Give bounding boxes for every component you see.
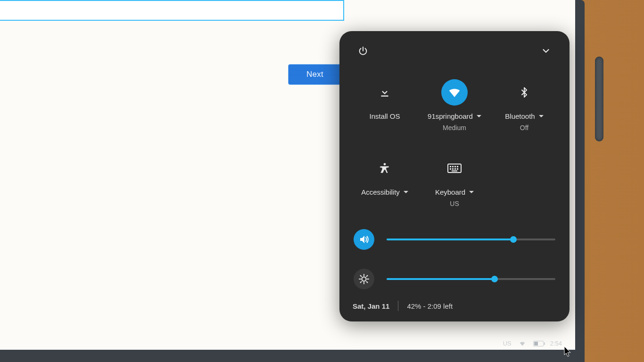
footer-battery: 42% - 2:09 left: [407, 302, 453, 310]
tile-bluetooth[interactable]: Bluetooth Off: [490, 79, 558, 132]
quick-settings-panel: Install OS . 91springboard Medium: [339, 31, 570, 321]
footer-date: Sat, Jan 11: [353, 302, 389, 310]
tile-label: Install OS: [369, 112, 400, 120]
chevron-down-icon: [541, 46, 551, 56]
caret-down-icon: [469, 191, 474, 193]
collapse-button[interactable]: [537, 42, 554, 59]
tile-label: 91springboard: [428, 112, 473, 120]
wifi-icon: [518, 340, 527, 347]
tile-sublabel: US: [450, 200, 459, 207]
tray-clock: 2:54: [550, 340, 562, 347]
tile-label: Keyboard: [435, 188, 465, 196]
tile-sublabel: Off: [520, 124, 528, 132]
caret-down-icon: [539, 115, 544, 117]
battery-icon: [533, 341, 544, 346]
display-area: Next: [0, 0, 575, 350]
tile-label: Accessibility: [361, 188, 400, 196]
brightness-slider[interactable]: [387, 278, 555, 280]
svg-rect-6: [457, 166, 458, 167]
shelf-status-tray[interactable]: US 2:54: [503, 340, 562, 347]
bluetooth-icon: [519, 86, 530, 99]
power-icon: [358, 46, 368, 56]
svg-rect-9: [454, 168, 456, 170]
tile-label: Bluetooth: [505, 112, 535, 120]
brightness-toggle[interactable]: [354, 269, 374, 289]
svg-rect-4: [452, 166, 454, 167]
tile-sublabel: Medium: [443, 124, 466, 132]
brightness-icon: [358, 273, 370, 285]
download-icon: [379, 86, 391, 99]
brightness-slider-row: [351, 269, 558, 289]
panel-footer: Sat, Jan 11 42% - 2:09 left: [353, 301, 556, 311]
svg-rect-3: [450, 166, 451, 167]
footer-divider: [398, 301, 398, 311]
svg-rect-7: [450, 168, 451, 170]
tile-keyboard[interactable]: Keyboard US: [421, 155, 488, 207]
volume-icon: [358, 234, 370, 245]
keyboard-icon: [447, 163, 462, 173]
hardware-volume-rocker: [595, 57, 603, 141]
caret-down-icon: [477, 115, 481, 117]
tile-accessibility[interactable]: Accessibility .: [351, 155, 419, 207]
wifi-icon: [447, 85, 462, 99]
svg-rect-10: [457, 168, 458, 170]
tray-ime-indicator: US: [503, 340, 512, 347]
volume-slider-row: [351, 229, 558, 250]
svg-rect-5: [454, 166, 456, 167]
caret-down-icon: [404, 191, 408, 193]
tile-install-os[interactable]: Install OS .: [351, 79, 419, 132]
svg-rect-11: [452, 171, 457, 172]
svg-rect-0: [381, 96, 388, 97]
svg-point-1: [384, 163, 386, 165]
volume-slider[interactable]: [387, 239, 555, 240]
next-button-label: Next: [306, 70, 323, 79]
tile-wifi[interactable]: 91springboard Medium: [421, 79, 488, 132]
accessibility-icon: [379, 162, 391, 174]
power-button[interactable]: [355, 42, 372, 59]
next-button[interactable]: Next: [288, 64, 342, 85]
volume-toggle[interactable]: [354, 229, 374, 250]
svg-rect-8: [452, 168, 454, 170]
text-input-outline[interactable]: [0, 0, 344, 21]
svg-point-12: [362, 277, 366, 281]
